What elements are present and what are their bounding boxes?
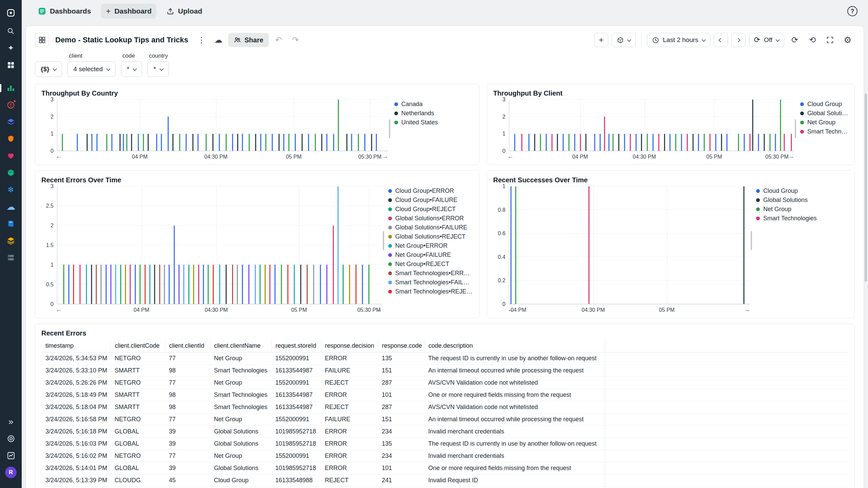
app-servers[interactable] [3,250,18,265]
legend-item[interactable]: Cloud Group [800,100,848,109]
legend-item[interactable]: Smart Technologies [756,214,848,223]
cloud-sync-button[interactable]: ☁ [211,33,225,47]
column-header[interactable]: client.clientId [165,340,210,352]
help-button[interactable]: ? [846,4,859,18]
share-button[interactable]: Share [228,33,269,47]
refresh-button[interactable]: ⟳ [788,33,802,47]
user-menu[interactable]: R [3,465,18,480]
legend-item[interactable]: Net Group•FAILURE [388,250,473,260]
legend-item[interactable]: Net Group•REJECT [388,260,473,269]
time-forward-button[interactable] [731,33,746,47]
app-cloud[interactable]: ☁ [3,199,18,214]
column-header[interactable]: timestamp [41,340,111,352]
auto-refresh-dropdown[interactable]: ⟳ Off [749,33,784,47]
filter-client-dropdown[interactable]: 4 selected [67,61,116,77]
table-row[interactable]: 3/24/2026, 5:26:26 PMNETGRO77Net Group15… [41,377,848,389]
tab-new-dashboard[interactable]: + Dashboard [101,4,156,19]
app-dashboards[interactable] [3,81,18,96]
column-header[interactable]: client.clientCode [111,340,165,352]
dashboard-type-button[interactable] [35,33,49,47]
plot-area[interactable] [509,100,794,151]
app-snowflake[interactable]: ❄ [3,182,18,197]
apps-menu-button[interactable] [3,58,18,73]
pan-right-arrow[interactable]: → [788,153,794,160]
settings-button[interactable]: ⚙ [841,33,855,47]
column-header[interactable]: request.storeId [271,340,321,352]
legend-item[interactable]: Cloud Group•FAILURE [388,196,473,205]
pan-right-arrow[interactable]: → [376,306,382,313]
usage-button[interactable] [3,448,18,463]
pan-right-arrow[interactable]: → [382,153,388,160]
table-row[interactable]: 3/24/2026, 5:14:01 PMGLOBAL39Global Solu… [41,462,848,474]
legend-item[interactable]: Netherlands [394,109,473,118]
legend-item[interactable]: Smart Technologies•ERROR [388,269,473,278]
pan-left-arrow[interactable]: ← [56,306,62,313]
column-header[interactable] [605,340,848,352]
time-range-dropdown[interactable]: Last 2 hours [647,33,710,47]
tab-upload[interactable]: Upload [162,4,207,19]
app-layers[interactable] [3,115,18,129]
legend-item[interactable]: Cloud Group [756,186,848,196]
pan-left-arrow[interactable]: ← [508,306,514,313]
column-header[interactable]: response.decision [321,340,378,352]
fullscreen-button[interactable] [823,33,837,47]
time-back-button[interactable] [714,33,728,47]
variables-button[interactable]: {$} [35,61,62,77]
table-row[interactable]: 3/24/2026, 5:16:58 PMNETGRO77Net Group15… [41,413,848,426]
column-header[interactable]: code.description [424,340,605,352]
legend-item[interactable]: Smart Technologies•REJECT [388,287,473,296]
units-dropdown[interactable] [612,33,636,47]
plot-area[interactable] [57,186,382,304]
app-logo[interactable] [3,5,18,20]
pan-left-arrow[interactable]: ← [56,153,62,160]
app-stacks[interactable] [3,233,18,248]
table-row[interactable]: 3/24/2026, 5:10:44 PMNETGRO77Net Group15… [41,487,848,488]
legend-scrollbar[interactable] [383,231,384,250]
add-widget-button[interactable]: + [594,33,608,47]
pan-right-arrow[interactable]: → [744,306,750,313]
legend-item[interactable]: Global Solutions [756,196,848,205]
app-packages[interactable] [3,165,18,180]
legend-item[interactable]: Net Group•ERROR [388,241,473,250]
legend-item[interactable]: Global Solutions•REJECT [388,232,473,241]
column-header[interactable]: response.code [378,340,424,352]
page-scrollbar[interactable] [865,94,867,282]
app-security[interactable] [3,131,18,146]
table-row[interactable]: 3/24/2026, 5:33:10 PMSMARTT98Smart Techn… [41,365,848,377]
legend-item[interactable]: Cloud Group•REJECT [388,205,473,214]
undo-button[interactable]: ↶ [272,33,286,47]
expand-rail-button[interactable]: » [3,414,18,429]
filter-code-dropdown[interactable]: * [121,61,142,77]
table-row[interactable]: 3/24/2026, 5:13:39 PMCLOUDG45Cloud Group… [41,474,848,487]
search-button[interactable] [3,24,18,39]
legend-item[interactable]: Global Solutions [800,109,848,118]
redo-button[interactable]: ↷ [289,33,303,47]
legend-item[interactable]: Net Group [756,205,848,214]
legend-scrollbar[interactable] [389,119,390,138]
legend-scrollbar[interactable] [795,119,796,138]
table-row[interactable]: 3/24/2026, 5:16:03 PMGLOBAL39Global Solu… [41,438,848,450]
table-row[interactable]: 3/24/2026, 5:34:53 PMNETGRO77Net Group15… [41,352,848,365]
pan-left-arrow[interactable]: ← [508,153,514,160]
table-row[interactable]: 3/24/2026, 5:16:18 PMGLOBAL39Global Solu… [41,426,848,438]
legend-item[interactable]: United States [394,118,473,127]
legend-item[interactable]: Cloud Group•ERROR [388,186,473,196]
plot-area[interactable] [57,100,388,151]
table-row[interactable]: 3/24/2026, 5:16:02 PMNETGRO77Net Group15… [41,450,848,462]
history-button[interactable]: ⟲ [805,33,820,47]
app-alerts[interactable] [3,98,18,113]
more-options-button[interactable]: ⋮ [194,33,209,47]
support-button[interactable] [3,431,18,446]
legend-item[interactable]: Global Solutions•ERROR [388,214,473,223]
legend-item[interactable]: Canada [394,100,473,109]
table-row[interactable]: 3/24/2026, 5:18:04 PMSMARTT98Smart Techn… [41,401,848,413]
legend-item[interactable]: Smart Technologies [800,127,848,136]
legend-item[interactable]: Global Solutions•FAILURE [388,223,473,232]
legend-scrollbar[interactable] [751,231,752,250]
ai-assistant-button[interactable]: ✦ [3,41,18,56]
app-docs[interactable] [3,216,18,231]
column-header[interactable]: client.clientName [210,340,271,352]
filter-country-dropdown[interactable]: * [147,61,169,77]
legend-item[interactable]: Smart Technologies•FAILURE [388,278,473,287]
plot-area[interactable] [509,186,750,304]
